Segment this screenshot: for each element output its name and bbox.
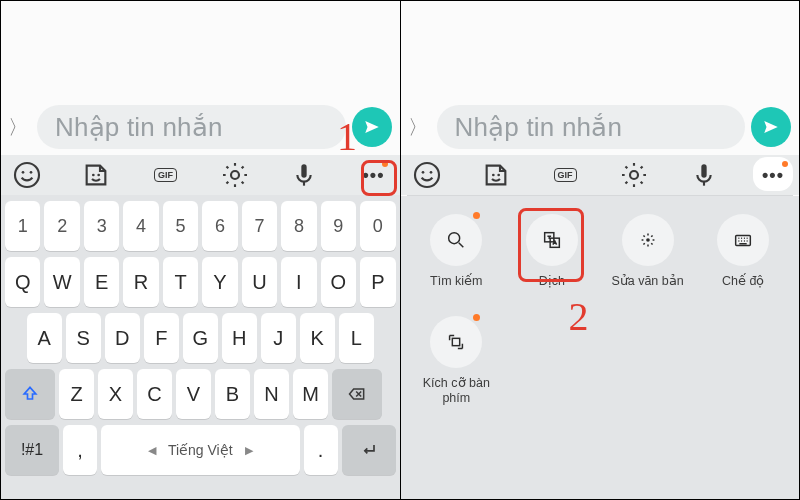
key-i[interactable]: I bbox=[281, 257, 316, 307]
svg-point-9 bbox=[429, 171, 432, 174]
row-asdf: A S D F G H J K L bbox=[5, 313, 396, 363]
space-label: Tiếng Việt bbox=[168, 442, 233, 458]
key-l[interactable]: L bbox=[339, 313, 374, 363]
key-d[interactable]: D bbox=[105, 313, 140, 363]
svg-point-17 bbox=[646, 238, 650, 242]
soft-keyboard: 1 2 3 4 5 6 7 8 9 0 Q W E R T Y U I O bbox=[1, 195, 400, 499]
emoji-icon[interactable] bbox=[11, 159, 43, 191]
row-bottom: !#1 , ◀ Tiếng Việt ▶ . bbox=[5, 425, 396, 475]
key-h[interactable]: H bbox=[222, 313, 257, 363]
tool-translate[interactable]: Dịch bbox=[504, 214, 600, 290]
key-n[interactable]: N bbox=[254, 369, 289, 419]
key-p[interactable]: P bbox=[360, 257, 395, 307]
svg-rect-6 bbox=[302, 164, 307, 177]
lang-prev-icon: ◀ bbox=[148, 444, 156, 457]
key-e[interactable]: E bbox=[84, 257, 119, 307]
gif-icon[interactable]: GIF bbox=[150, 159, 182, 191]
key-0[interactable]: 0 bbox=[360, 201, 395, 251]
shift-key[interactable] bbox=[5, 369, 55, 419]
tool-search-label: Tìm kiếm bbox=[430, 274, 482, 290]
sticker-icon[interactable] bbox=[480, 159, 512, 191]
enter-key[interactable] bbox=[342, 425, 396, 475]
send-button[interactable] bbox=[751, 107, 791, 147]
mic-icon[interactable] bbox=[288, 159, 320, 191]
message-input[interactable]: Nhập tin nhắn bbox=[37, 105, 346, 149]
key-b[interactable]: B bbox=[215, 369, 250, 419]
text-edit-icon bbox=[637, 229, 659, 251]
backspace-key[interactable] bbox=[332, 369, 382, 419]
key-v[interactable]: V bbox=[176, 369, 211, 419]
key-u[interactable]: U bbox=[242, 257, 277, 307]
key-f[interactable]: F bbox=[144, 313, 179, 363]
tool-edit-text-label: Sửa văn bản bbox=[611, 274, 683, 290]
svg-point-1 bbox=[22, 171, 25, 174]
notification-dot bbox=[473, 314, 480, 321]
key-z[interactable]: Z bbox=[59, 369, 94, 419]
period-key[interactable]: . bbox=[304, 425, 338, 475]
more-icon-active[interactable]: ••• bbox=[757, 159, 789, 191]
key-8[interactable]: 8 bbox=[281, 201, 316, 251]
key-5[interactable]: 5 bbox=[163, 201, 198, 251]
comma-key[interactable]: , bbox=[63, 425, 97, 475]
tool-translate-label: Dịch bbox=[539, 274, 565, 290]
key-r[interactable]: R bbox=[123, 257, 158, 307]
key-2[interactable]: 2 bbox=[44, 201, 79, 251]
message-input[interactable]: Nhập tin nhắn bbox=[437, 105, 746, 149]
mic-icon[interactable] bbox=[688, 159, 720, 191]
svg-point-0 bbox=[15, 163, 39, 187]
tool-mode[interactable]: Chế độ bbox=[695, 214, 791, 290]
blank-area bbox=[401, 1, 800, 99]
keyboard-mode-icon bbox=[732, 229, 754, 251]
expand-chevron[interactable]: 〉 bbox=[5, 114, 31, 141]
key-4[interactable]: 4 bbox=[123, 201, 158, 251]
key-y[interactable]: Y bbox=[202, 257, 237, 307]
key-a[interactable]: A bbox=[27, 313, 62, 363]
space-key[interactable]: ◀ Tiếng Việt ▶ bbox=[101, 425, 300, 475]
send-icon bbox=[762, 118, 780, 136]
emoji-icon[interactable] bbox=[411, 159, 443, 191]
settings-icon[interactable] bbox=[618, 159, 650, 191]
key-m[interactable]: M bbox=[293, 369, 328, 419]
more-icon[interactable]: ••• bbox=[357, 159, 389, 191]
key-9[interactable]: 9 bbox=[321, 201, 356, 251]
key-s[interactable]: S bbox=[66, 313, 101, 363]
svg-point-10 bbox=[492, 174, 495, 177]
message-input-row: 〉 Nhập tin nhắn bbox=[1, 99, 400, 155]
row-zxcv: Z X C V B N M bbox=[5, 369, 396, 419]
blank-area bbox=[1, 1, 400, 99]
row-qwerty: Q W E R T Y U I O P bbox=[5, 257, 396, 307]
key-c[interactable]: C bbox=[137, 369, 172, 419]
key-1[interactable]: 1 bbox=[5, 201, 40, 251]
settings-icon[interactable] bbox=[219, 159, 251, 191]
key-w[interactable]: W bbox=[44, 257, 79, 307]
keyboard-toolbar: GIF ••• bbox=[401, 155, 800, 195]
key-g[interactable]: G bbox=[183, 313, 218, 363]
tool-search[interactable]: Tìm kiếm bbox=[409, 214, 505, 290]
tool-resize[interactable]: Kích cỡ bàn phím bbox=[409, 316, 505, 407]
svg-point-7 bbox=[415, 163, 439, 187]
tool-resize-label: Kích cỡ bàn phím bbox=[413, 376, 499, 407]
key-x[interactable]: X bbox=[98, 369, 133, 419]
key-k[interactable]: K bbox=[300, 313, 335, 363]
sticker-icon[interactable] bbox=[80, 159, 112, 191]
svg-point-5 bbox=[231, 171, 239, 179]
key-j[interactable]: J bbox=[261, 313, 296, 363]
key-3[interactable]: 3 bbox=[84, 201, 119, 251]
tool-edit-text[interactable]: Sửa văn bản bbox=[600, 214, 696, 290]
lang-next-icon: ▶ bbox=[245, 444, 253, 457]
key-7[interactable]: 7 bbox=[242, 201, 277, 251]
svg-point-11 bbox=[497, 174, 500, 177]
search-icon bbox=[445, 229, 467, 251]
key-t[interactable]: T bbox=[163, 257, 198, 307]
key-q[interactable]: Q bbox=[5, 257, 40, 307]
svg-point-3 bbox=[92, 174, 95, 177]
send-button[interactable] bbox=[352, 107, 392, 147]
key-6[interactable]: 6 bbox=[202, 201, 237, 251]
expand-chevron[interactable]: 〉 bbox=[405, 114, 431, 141]
keyboard-toolbar: GIF ••• bbox=[1, 155, 400, 195]
svg-rect-19 bbox=[453, 338, 460, 345]
key-o[interactable]: O bbox=[321, 257, 356, 307]
notification-dot bbox=[382, 161, 388, 167]
gif-icon[interactable]: GIF bbox=[549, 159, 581, 191]
symbols-key[interactable]: !#1 bbox=[5, 425, 59, 475]
